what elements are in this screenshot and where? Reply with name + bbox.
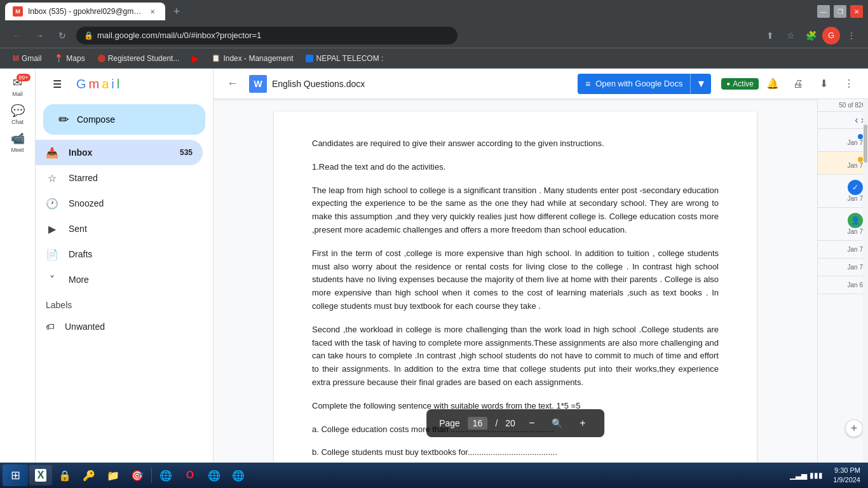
email-list-item[interactable]: ✓ Jan 7 — [818, 175, 868, 208]
sidebar-item-more[interactable]: ˅ More — [36, 267, 203, 292]
email-indicator — [858, 134, 863, 139]
email-list-item[interactable]: Jan 7 — [818, 241, 868, 259]
profile-button[interactable]: G — [822, 27, 840, 44]
sidebar-item-drafts[interactable]: 📄 Drafts — [36, 241, 203, 267]
open-with-button[interactable]: ≡ Open with Google Docs ▼ — [578, 74, 711, 94]
doc-qb: b. College students must buy textbooks f… — [312, 446, 719, 459]
bookmark-nepal[interactable]: NEPAL TELECOM : — [301, 51, 388, 66]
taskbar-chrome2[interactable]: 🌐 — [203, 465, 226, 485]
more-label: More — [69, 274, 89, 285]
chrome2-icon: 🌐 — [208, 470, 220, 482]
bookmark-maps[interactable]: 📍 Maps — [49, 51, 90, 66]
taskbar: ⊞ X 🔒 🔑 📁 🎯 🌐 O 🌐 🌐 — [0, 463, 868, 488]
chat-icon-btn[interactable]: 💬 Chat — [5, 102, 31, 127]
bookmark-gmail[interactable]: M Gmail — [8, 51, 46, 66]
gmail-logo: Gmail — [76, 77, 119, 92]
print-button[interactable]: 🖨 — [787, 72, 810, 95]
active-tab[interactable]: M Inbox (535) - gpokhrel029@gma... ✕ — [5, 3, 165, 20]
meet-icon-btn[interactable]: 📹 Meet — [5, 130, 31, 155]
bookmark-index[interactable]: 📋 Index - Management — [207, 51, 298, 66]
scrollbar-thumb — [864, 125, 867, 163]
minimize-button[interactable]: — — [817, 5, 830, 18]
active-badge: ● Active — [721, 78, 759, 90]
window-controls: — ❐ ✕ — [816, 5, 863, 18]
page-zoom-icon[interactable]: 🔍 — [548, 414, 566, 432]
start-button[interactable]: ⊞ — [3, 464, 28, 486]
email-prev-button[interactable]: ‹ — [853, 113, 859, 127]
browser-menu-button[interactable]: ⋮ — [843, 27, 860, 44]
open-with-dropdown-button[interactable]: ▼ — [691, 74, 711, 94]
doc-back-button[interactable]: ← — [221, 72, 244, 95]
address-input[interactable]: 🔒 mail.google.com/mail/u/0/#inbox?projec… — [76, 27, 458, 44]
snoozed-icon: 🕐 — [46, 198, 58, 210]
taskbar-excel[interactable]: X — [29, 465, 52, 485]
refresh-button[interactable]: ↻ — [53, 27, 71, 44]
open-with-main[interactable]: ≡ Open with Google Docs — [578, 74, 690, 94]
bookmarks-bar: M Gmail 📍 Maps Registered Student... ▶ 📋… — [0, 48, 868, 69]
taskbar-app2[interactable]: 🔒 — [53, 465, 76, 485]
doc-content[interactable]: Candidates are required to give their an… — [214, 99, 817, 463]
sidebar-item-starred[interactable]: ☆ Starred — [36, 165, 203, 191]
sidebar-item-unwanted[interactable]: 🏷 Unwanted — [36, 315, 213, 338]
bell-button[interactable]: 🔔 — [761, 72, 784, 95]
extensions-button[interactable]: 🧩 — [802, 27, 820, 44]
more-icon: ˅ — [46, 274, 58, 286]
new-tab-button[interactable]: + — [168, 3, 186, 20]
meet-icon: 📹 — [11, 132, 25, 146]
taskbar-chrome3[interactable]: 🌐 — [227, 465, 250, 485]
taskbar-opera[interactable]: O — [179, 465, 201, 485]
clock-date: 1/9/2024 — [833, 475, 860, 485]
email-list-item[interactable]: Jan 7 — [818, 259, 868, 276]
app3-icon: 🔑 — [83, 470, 95, 482]
email-list-item[interactable]: Jan 7 — [818, 129, 868, 152]
email-date: Jan 7 — [823, 195, 863, 202]
app2-icon: 🔒 — [58, 470, 71, 482]
page-zoom-in-button[interactable]: + — [574, 414, 592, 432]
doc-para-2: First in the term of cost ,college is mo… — [312, 247, 719, 313]
doc-menu-button[interactable]: ⋮ — [837, 72, 860, 95]
close-button[interactable]: ✕ — [850, 5, 863, 18]
excel-icon: X — [35, 469, 47, 482]
email-date: Jan 7 — [823, 264, 863, 271]
starred-label: Starred — [69, 173, 98, 183]
browser-frame: M Inbox (535) - gpokhrel029@gma... ✕ + —… — [0, 0, 868, 488]
email-list-item[interactable]: 👤 Jan 7 — [818, 208, 868, 241]
bookmark-registered[interactable]: Registered Student... — [93, 51, 185, 66]
address-icons: ⬆ ☆ 🧩 G ⋮ — [761, 27, 860, 44]
download-button[interactable]: ⬇ — [812, 72, 835, 95]
email-indicator — [858, 157, 863, 162]
sidebar-item-sent[interactable]: ▶ Sent — [36, 216, 203, 241]
back-button[interactable]: ← — [8, 27, 25, 44]
open-with-label: Open with Google Docs — [595, 79, 682, 88]
page-zoom-out-button[interactable]: − — [523, 414, 541, 432]
doc-para-3: Second ,the workload in college is more … — [312, 323, 719, 390]
avatar: ✓ — [848, 180, 863, 195]
main-area: 99+ ✉ Mail 💬 Chat 📹 Meet ☰ Gmail — [0, 69, 868, 463]
opera-icon: O — [186, 470, 194, 481]
share-button[interactable]: ⬆ — [761, 27, 779, 44]
sidebar-item-inbox[interactable]: 📥 Inbox 535 — [36, 140, 203, 165]
address-bar: ← → ↻ 🔒 mail.google.com/mail/u/0/#inbox?… — [0, 23, 868, 48]
email-list-item[interactable]: Jan 6 — [818, 276, 868, 294]
taskbar-app3[interactable]: 🔑 — [78, 465, 100, 485]
sidebar-item-snoozed[interactable]: 🕐 Snoozed — [36, 191, 203, 216]
restore-button[interactable]: ❐ — [834, 5, 846, 18]
taskbar-chrome[interactable]: 🌐 — [154, 465, 177, 485]
email-date: Jan 7 — [823, 228, 863, 235]
taskbar-folder[interactable]: 📁 — [102, 465, 125, 485]
bookmark-button[interactable]: ☆ — [782, 27, 799, 44]
drafts-icon: 📄 — [46, 248, 58, 261]
email-list-item[interactable]: Jan 7 — [818, 152, 868, 175]
avatar: 👤 — [848, 213, 863, 228]
bookmark-youtube[interactable]: ▶ — [187, 51, 204, 66]
add-email-button[interactable]: + — [845, 419, 863, 437]
forward-button[interactable]: → — [31, 27, 48, 44]
gmail-sidebar: ☰ Gmail ✏ Compose 📥 Inbox 535 ☆ Starred … — [36, 69, 214, 463]
scrollbar[interactable] — [863, 99, 868, 463]
compose-label: Compose — [77, 114, 115, 125]
mail-icon-btn[interactable]: 99+ ✉ Mail — [5, 74, 31, 99]
taskbar-app5[interactable]: 🎯 — [126, 465, 149, 485]
hamburger-button[interactable]: ☰ — [46, 72, 69, 95]
compose-button[interactable]: ✏ Compose — [43, 104, 205, 135]
tab-close-button[interactable]: ✕ — [147, 6, 158, 17]
